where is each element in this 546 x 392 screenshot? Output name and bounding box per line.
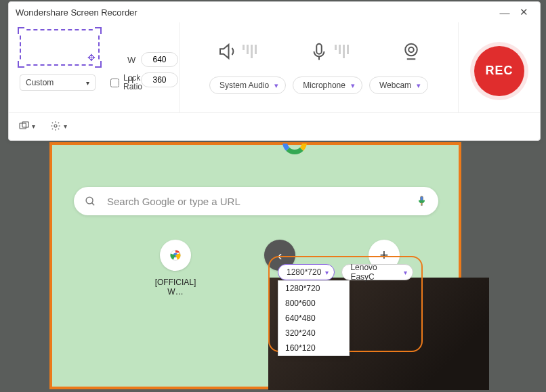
resolution-option[interactable]: 1280*720 — [278, 281, 349, 296]
footer-toolbar: ▾ ▾ — [9, 113, 540, 139]
screenshot-tool-button[interactable]: ▾ — [18, 121, 35, 131]
webcam-label: Webcam — [379, 81, 411, 90]
chevron-down-icon: ▾ — [351, 81, 355, 90]
shortcut-item[interactable]: [OFFICIAL] W… — [147, 240, 204, 297]
svg-rect-10 — [20, 123, 26, 129]
lock-aspect-checkbox[interactable] — [110, 79, 119, 87]
window-title: Wondershare Screen Recorder — [16, 7, 138, 18]
microphone-dropdown[interactable]: Microphone ▾ — [293, 77, 362, 94]
camera-selected: Lenovo EasyC — [350, 263, 400, 282]
chevron-down-icon: ▾ — [404, 269, 407, 276]
svg-point-12 — [54, 125, 57, 127]
chevron-down-icon: ▾ — [274, 81, 278, 90]
resolution-option[interactable]: 640*480 — [278, 311, 349, 326]
resolution-selected: 1280*720 — [287, 267, 321, 277]
system-audio-icon — [217, 41, 257, 62]
capture-mode-value: Custom — [26, 78, 54, 87]
webcam-icon — [401, 41, 421, 62]
svg-rect-3 — [421, 202, 422, 204]
chevron-down-icon: ▾ — [325, 269, 329, 276]
audio-level-icon — [335, 45, 349, 58]
capture-mode-dropdown[interactable]: Custom ▾ — [20, 74, 96, 91]
svg-rect-6 — [316, 44, 322, 54]
capture-area-preview[interactable]: ✥ — [20, 29, 100, 66]
search-placeholder: Search Google or type a URL — [107, 196, 416, 207]
resolution-option[interactable]: 160*120 — [278, 341, 349, 355]
svg-point-9 — [408, 47, 414, 53]
svg-line-1 — [92, 202, 95, 205]
svg-point-8 — [405, 44, 417, 56]
webcam-settings-panel: 1280*720 ▾ Lenovo EasyC ▾ 1280*720 800*6… — [268, 256, 423, 352]
capture-handle-bl[interactable] — [49, 377, 62, 389]
svg-point-0 — [86, 197, 93, 204]
search-icon — [85, 196, 96, 207]
minimize-button[interactable]: — — [495, 7, 514, 18]
microphone-label: Microphone — [303, 81, 345, 90]
voice-search-icon[interactable] — [416, 196, 427, 207]
width-input[interactable] — [141, 52, 178, 67]
height-input[interactable] — [141, 72, 178, 87]
chevron-down-icon: ▾ — [64, 123, 67, 130]
system-audio-label: System Audio — [219, 81, 269, 90]
capture-handle-tr[interactable] — [449, 142, 461, 154]
google-logo-partial — [282, 144, 310, 158]
chevron-down-icon: ▾ — [86, 79, 89, 87]
record-label: REC — [485, 64, 513, 78]
capture-settings: ✥ W H Custom ▾ Lock Aspect — [9, 22, 180, 112]
audio-level-icon — [243, 45, 257, 58]
resolution-option[interactable]: 320*240 — [278, 326, 349, 341]
shortcut-icon — [160, 240, 191, 271]
close-button[interactable]: ✕ — [514, 6, 533, 18]
width-label: W — [127, 55, 141, 65]
move-handle-icon[interactable]: ✥ — [87, 52, 96, 63]
settings-button[interactable]: ▾ — [50, 121, 67, 131]
height-label: H — [127, 75, 141, 85]
titlebar[interactable]: Wondershare Screen Recorder — ✕ — [9, 2, 540, 22]
record-button[interactable]: REC — [474, 46, 524, 96]
microphone-icon — [309, 41, 349, 62]
camera-dropdown[interactable]: Lenovo EasyC ▾ — [341, 264, 413, 280]
chevron-down-icon: ▾ — [32, 123, 35, 130]
resolution-options-list: 1280*720 800*600 640*480 320*240 160*120 — [278, 280, 350, 356]
svg-rect-11 — [22, 122, 28, 127]
webcam-dropdown[interactable]: Webcam ▾ — [369, 77, 428, 94]
recorder-window: Wondershare Screen Recorder — ✕ ✥ W H — [8, 1, 541, 141]
chevron-down-icon: ▾ — [417, 81, 421, 90]
system-audio-dropdown[interactable]: System Audio ▾ — [209, 77, 286, 94]
browser-search-bar[interactable]: Search Google or type a URL — [74, 187, 438, 215]
device-settings: System Audio ▾ Microphone ▾ Webcam ▾ — [180, 22, 459, 112]
resolution-dropdown[interactable]: 1280*720 ▾ — [278, 264, 335, 280]
capture-handle-tl[interactable] — [49, 142, 62, 154]
resolution-option[interactable]: 800*600 — [278, 296, 349, 311]
shortcut-label: [OFFICIAL] W… — [155, 278, 196, 297]
